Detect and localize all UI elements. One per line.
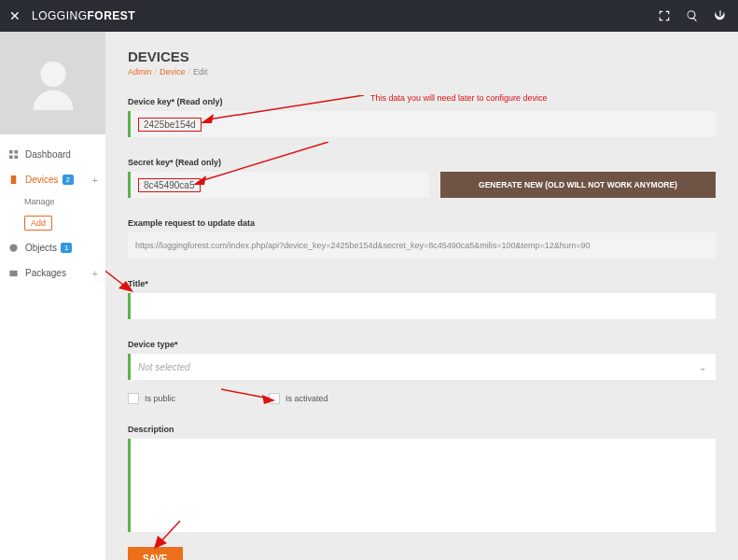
title-label: Title*	[128, 279, 716, 288]
sidebar-sub-manage[interactable]: Manage	[24, 192, 105, 211]
crumb-edit: Edit	[193, 67, 208, 77]
svg-line-12	[105, 223, 128, 288]
breadcrumb: Admin/Device/Edit	[128, 67, 716, 77]
objects-icon	[7, 242, 20, 254]
sidebar-label: Devices	[25, 175, 59, 185]
main: DEVICES Admin/Device/Edit Device key* (R…	[105, 32, 738, 560]
example-label: Example request to update data	[128, 218, 716, 228]
avatar	[0, 32, 105, 134]
crumb-device[interactable]: Device	[160, 67, 186, 77]
device-key-value: 2425be154d	[138, 118, 202, 132]
badge: 1	[61, 243, 72, 253]
grid-icon	[7, 148, 20, 161]
checkbox-row: Is public Is activated	[128, 393, 716, 404]
is-public-checkbox[interactable]: Is public	[128, 393, 175, 404]
sidebar-sub: Manage Add	[0, 192, 105, 235]
device-type-label: Device type*	[128, 340, 716, 349]
checkbox-label: Is activated	[285, 394, 328, 403]
topbar: ✕ LOGGINGFOREST	[0, 0, 738, 32]
brand-left: LOGGING	[32, 9, 88, 22]
sidebar-item-objects[interactable]: Objects 1	[0, 235, 105, 260]
sidebar-item-dashboard[interactable]: Dashboard	[0, 142, 105, 167]
checkbox-box	[128, 393, 139, 404]
svg-rect-1	[9, 150, 13, 154]
device-key-field: 2425be154d	[128, 111, 716, 137]
title-input[interactable]	[138, 293, 708, 319]
example-url-field: https://loggingforest.com/index.php/api?…	[128, 232, 716, 259]
generate-new-button[interactable]: GENERATE NEW (OLD WILL NOT WORK ANYMORE)	[440, 172, 716, 198]
device-icon	[7, 174, 20, 186]
brand: LOGGINGFOREST	[32, 9, 135, 22]
config-note: This data you will need later to configu…	[370, 93, 548, 103]
plus-icon[interactable]: +	[92, 175, 98, 186]
sidebar-sub-add[interactable]: Add	[24, 211, 105, 235]
secret-key-field: 8c45490ca5	[128, 172, 429, 198]
secret-key-value: 8c45490ca5	[138, 178, 201, 192]
crumb-admin[interactable]: Admin	[128, 67, 152, 77]
description-label: Description	[128, 425, 716, 434]
sidebar-label: Objects	[25, 243, 57, 253]
packages-icon	[7, 267, 20, 279]
sidebar-label: Packages	[25, 268, 66, 278]
fullscreen-icon[interactable]	[656, 7, 673, 24]
svg-rect-7	[9, 271, 17, 276]
sidebar-item-devices[interactable]: Devices 2 +	[0, 167, 105, 192]
description-input[interactable]	[138, 444, 708, 526]
checkbox-label: Is public	[145, 394, 175, 403]
title-input-wrap	[128, 293, 716, 319]
is-activated-checkbox[interactable]: Is activated	[269, 393, 328, 404]
svg-rect-2	[14, 150, 18, 154]
svg-rect-4	[14, 155, 18, 159]
add-link: Add	[24, 216, 52, 231]
example-url-value: https://loggingforest.com/index.php/api?…	[135, 241, 591, 250]
checkbox-box	[269, 393, 280, 404]
badge: 2	[63, 175, 74, 185]
page-title: DEVICES	[128, 49, 716, 64]
close-icon[interactable]: ✕	[9, 8, 21, 23]
power-icon[interactable]	[712, 7, 729, 24]
sidebar-label: Dashboard	[25, 149, 71, 160]
svg-rect-5	[11, 175, 17, 184]
plus-icon[interactable]: +	[92, 268, 98, 279]
description-wrap	[128, 439, 716, 532]
brand-right: FOREST	[88, 9, 136, 22]
svg-point-6	[9, 244, 17, 251]
sidebar: Dashboard Devices 2 + Manage Add Objects…	[0, 32, 105, 560]
search-icon[interactable]	[684, 7, 701, 24]
svg-point-0	[40, 62, 65, 87]
device-type-select[interactable]: Not selected ⌄	[128, 354, 716, 380]
secret-key-label: Secret key* (Read only)	[128, 158, 716, 167]
svg-line-14	[221, 389, 270, 399]
nav: Dashboard Devices 2 + Manage Add Objects…	[0, 134, 105, 286]
svg-rect-3	[9, 155, 13, 159]
chevron-down-icon: ⌄	[699, 362, 706, 372]
device-type-placeholder: Not selected	[138, 362, 190, 372]
sidebar-item-packages[interactable]: Packages +	[0, 260, 105, 286]
save-button[interactable]: SAVE	[128, 547, 183, 560]
